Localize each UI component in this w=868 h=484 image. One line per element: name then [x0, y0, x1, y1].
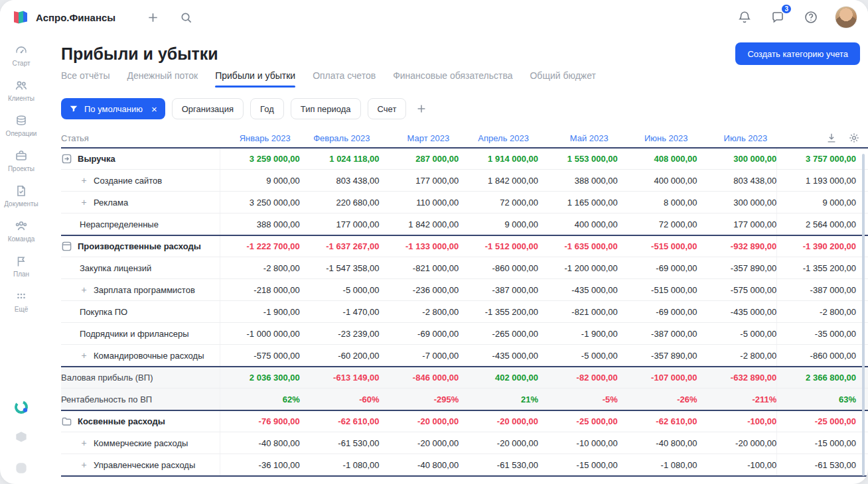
funnel-icon	[69, 104, 78, 113]
table-row[interactable]: +Создание сайтов 9 000,00803 438,00177 0…	[61, 169, 868, 191]
cell-value: -62 610,00	[618, 416, 697, 426]
download-icon[interactable]	[826, 132, 837, 144]
cell-value: 1 553 000,00	[538, 154, 618, 164]
cell-value: -387 000,00	[618, 329, 697, 339]
expand-plus-icon[interactable]: +	[80, 350, 88, 361]
filter-bar: По умолчанию × ОрганизацияГодТип периода…	[42, 88, 868, 119]
search-icon[interactable]	[177, 8, 195, 27]
tab-obligations[interactable]: Финансовые обязательства	[393, 70, 512, 88]
expand-plus-icon[interactable]: +	[80, 197, 88, 208]
sidebar-item-plan[interactable]: План	[0, 255, 42, 278]
cell-value: 300 000,00	[697, 198, 777, 208]
team-icon	[15, 219, 28, 233]
filter-account-button[interactable]: Счет	[368, 98, 407, 119]
table-row[interactable]: Подрядчики и фрилансеры -1 000 000,00-23…	[61, 322, 868, 344]
table-row[interactable]: +Зарплата программистов -218 000,00-5 00…	[61, 278, 868, 300]
cell-value: -107 000,00	[618, 373, 697, 383]
row-label: Реклама	[94, 198, 128, 208]
apps-icon[interactable]	[13, 430, 29, 446]
cell-value: -20 000,00	[380, 416, 459, 426]
settings-gear-icon[interactable]	[848, 132, 860, 144]
cell-value: -25 000,00	[538, 416, 618, 426]
cell-value: -76 900,00	[220, 416, 300, 426]
cell-value: -40 800,00	[618, 438, 697, 448]
filter-period-type-button[interactable]: Тип периода	[291, 98, 361, 119]
sidebar-item-team[interactable]: Команда	[0, 219, 42, 243]
cell-value: 1 193 000,00	[776, 170, 856, 191]
cell-value: -60 200,00	[300, 351, 380, 361]
cell-value: -1 000 000,00	[220, 329, 300, 339]
widget-icon[interactable]	[13, 460, 29, 476]
sidebar-item-more[interactable]: Ещё	[0, 290, 42, 313]
cell-value: -61 530,00	[776, 454, 856, 475]
sidebar-item-start[interactable]: Старт	[0, 44, 42, 67]
row-label: Подрядчики и фрилансеры	[80, 329, 189, 339]
expand-plus-icon[interactable]: +	[80, 459, 88, 470]
cell-value: 62%	[220, 394, 300, 404]
filter-year-button[interactable]: Год	[250, 98, 284, 119]
income-category-icon	[61, 153, 72, 164]
aspro-cloud-logo-icon[interactable]	[13, 399, 29, 415]
cell-value: -15 000,00	[776, 432, 856, 454]
cell-value: -575 000,00	[697, 285, 777, 295]
table-row[interactable]: Рентабельность по ВП 62%-60%-295%21%-5%-…	[61, 388, 868, 410]
cell-value: -69 000,00	[618, 307, 697, 317]
cell-value: -23 239,00	[300, 329, 380, 339]
tab-cash-flow[interactable]: Денежный поток	[127, 70, 198, 88]
vertical-scrollbar[interactable]	[862, 154, 865, 476]
cell-value: -82 000,00	[538, 373, 618, 383]
table-row[interactable]: Косвенные расходы -76 900,00-62 610,00-2…	[61, 410, 868, 432]
tab-budget[interactable]: Общий бюджет	[530, 70, 595, 88]
filter-organization-button[interactable]: Организация	[172, 98, 244, 119]
table-row[interactable]: Валовая прибыль (ВП) 2 036 300,00-613 14…	[61, 366, 868, 388]
cell-value: 9 000,00	[459, 219, 538, 229]
table-row[interactable]: +Коммерческие расходы -40 800,00-61 530,…	[61, 432, 868, 454]
create-category-button[interactable]: Создать категорию учета	[735, 42, 860, 65]
cell-value: -20 000,00	[380, 438, 459, 448]
sidebar-item-operations[interactable]: Операции	[0, 114, 42, 137]
row-label: Коммерческие расходы	[94, 438, 188, 448]
cell-value: -40 800,00	[380, 460, 459, 470]
help-icon[interactable]	[802, 8, 820, 27]
add-icon[interactable]	[143, 8, 162, 27]
cell-value: -1 222 700,00	[220, 241, 300, 251]
dots-icon	[15, 290, 28, 303]
table-row[interactable]: Нераспределенные 388 000,00177 000,001 8…	[61, 213, 868, 235]
table-row[interactable]: +Командировочные расходы -575 000,00-60 …	[61, 344, 868, 366]
expand-plus-icon[interactable]: +	[80, 175, 88, 186]
bell-icon[interactable]	[735, 8, 754, 27]
cell-value: 1 842 000,00	[380, 219, 459, 229]
cell-value: -61 530,00	[300, 438, 380, 448]
table-row[interactable]: Выручка 3 259 000,001 024 118,00287 000,…	[61, 147, 868, 169]
expand-plus-icon[interactable]: +	[80, 284, 88, 295]
tab-pnl[interactable]: Прибыли и убытки	[215, 70, 295, 88]
cell-value: 1 165 000,00	[538, 198, 618, 208]
sidebar-item-clients[interactable]: Клиенты	[0, 79, 42, 102]
cell-value: -218 000,00	[220, 285, 300, 295]
filter-preset-chip[interactable]: По умолчанию ×	[61, 98, 165, 119]
table-row[interactable]: Закупка лицензий -2 800,00-1 547 358,00-…	[61, 257, 868, 278]
table-row[interactable]: +Реклама 3 250 000,00220 680,00110 000,0…	[61, 191, 868, 213]
cell-value: -100,00	[697, 460, 777, 470]
tabs: Все отчётыДенежный потокПрибыли и убытки…	[42, 65, 868, 88]
sidebar-item-documents[interactable]: Документы	[0, 184, 42, 208]
window-category-icon	[61, 241, 72, 252]
add-filter-icon[interactable]	[415, 103, 427, 115]
tab-payments[interactable]: Оплата счетов	[313, 70, 376, 88]
cell-value: -36 100,00	[220, 460, 300, 470]
row-label: Зарплата программистов	[94, 285, 195, 295]
filter-buttons: ОрганизацияГодТип периодаСчет	[172, 98, 407, 119]
user-avatar[interactable]	[835, 6, 857, 29]
close-icon[interactable]: ×	[151, 104, 157, 114]
pnl-table: СтатьяЯнварь 2023Февраль 2023Март 2023Ап…	[61, 129, 868, 477]
table-row[interactable]: Покупка ПО -1 900,00-1 470,00-2 800,00-1…	[61, 300, 868, 322]
cell-value: -2 800,00	[776, 301, 856, 322]
cell-value: -435 000,00	[459, 351, 538, 361]
cell-value: -1 133 000,00	[380, 241, 459, 251]
table-row[interactable]: +Управленческие расходы -36 100,00-1 080…	[61, 454, 868, 475]
expand-plus-icon[interactable]: +	[80, 438, 88, 448]
table-row[interactable]: Производственные расходы -1 222 700,00-1…	[61, 235, 868, 257]
tab-all-reports[interactable]: Все отчёты	[61, 70, 109, 88]
cell-value: -613 149,00	[300, 373, 380, 383]
sidebar-item-projects[interactable]: Проекты	[0, 149, 42, 172]
